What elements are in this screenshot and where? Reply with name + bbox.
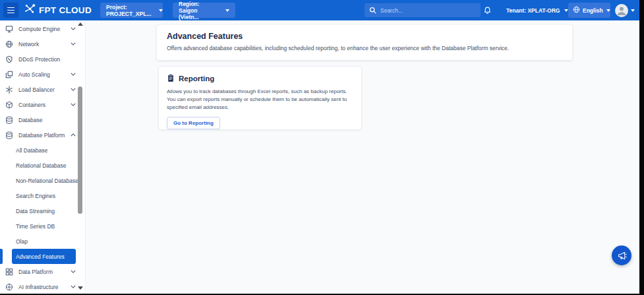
project-selector-label: Project: PROJECT_XPL...: [106, 4, 151, 17]
sidebar: Compute Engine Network DDoS Protection A…: [0, 20, 86, 294]
tenant-selector[interactable]: Tenant: XPLAT-ORG: [506, 0, 568, 20]
avatar: [615, 4, 628, 17]
sidebar-item-data-streaming[interactable]: Data Streaming: [0, 203, 85, 218]
page-title: Advanced Features: [167, 32, 562, 41]
sidebar-item-label: Load Balancer: [18, 86, 55, 93]
ai-icon: [5, 283, 13, 291]
sidebar-item-ai-infrastructure[interactable]: AI Infrastructure: [0, 279, 85, 294]
sidebar-item-advanced-features[interactable]: Advanced Features: [12, 249, 76, 264]
chevron-down-icon: [159, 9, 163, 12]
sidebar-item-label: Relational Database: [16, 162, 67, 169]
search-icon: [369, 5, 376, 16]
fpt-logo-icon: [24, 3, 36, 18]
sidebar-item-label: All Database: [16, 147, 47, 154]
language-selector[interactable]: English: [568, 3, 610, 18]
go-to-reporting-button[interactable]: Go to Reporting: [167, 117, 220, 129]
sidebar-scrollbar: [77, 20, 83, 294]
box-icon: [5, 101, 13, 109]
notifications-bell-icon[interactable]: [483, 5, 492, 17]
sidebar-item-auto-scaling[interactable]: Auto Scaling: [0, 67, 85, 82]
chevron-up-icon: [71, 133, 76, 137]
sidebar-item-label: Database Platform: [18, 132, 65, 139]
chevron-down-icon: [631, 9, 635, 12]
sidebar-item-ddos-protection[interactable]: DDoS Protection: [0, 51, 85, 67]
sidebar-item-label: Data Platform: [18, 269, 53, 275]
sidebar-item-label: Search Engines: [16, 193, 55, 199]
project-selector[interactable]: Project: PROJECT_XPL...: [100, 3, 163, 18]
globe-icon: [573, 6, 580, 15]
sidebar-item-label: Olap: [16, 238, 28, 245]
chevron-down-icon: [71, 270, 76, 273]
sidebar-item-compute-engine[interactable]: Compute Engine: [0, 21, 85, 36]
page-header-card: Advanced Features Offers advanced databa…: [157, 25, 572, 60]
globe-icon: [5, 40, 13, 48]
chevron-down-icon: [71, 88, 76, 91]
search-input[interactable]: [380, 7, 466, 14]
sidebar-item-olap[interactable]: Olap: [0, 234, 85, 249]
sidebar-item-label: Network: [18, 41, 39, 48]
sidebar-item-label: Non-Relational Database: [16, 178, 78, 184]
reporting-card-description: Allows you to track databases through Ex…: [167, 88, 353, 112]
logo-text: FPT CLOUD: [39, 5, 92, 15]
user-menu[interactable]: [615, 0, 635, 20]
hamburger-menu-button[interactable]: [3, 3, 18, 18]
screen-right-edge: [639, 0, 644, 295]
sidebar-item-label: Containers: [18, 102, 45, 108]
chevron-down-icon: [71, 103, 76, 106]
sidebar-item-label: Auto Scaling: [18, 71, 50, 78]
main-content: Advanced Features Offers advanced databa…: [86, 20, 639, 294]
sidebar-item-network[interactable]: Network: [0, 36, 85, 51]
chevron-down-icon: [71, 27, 76, 30]
region-selector-label: Region: Saigon (Vietn...: [179, 1, 218, 20]
sidebar-item-label: AI Infrastructure: [18, 284, 58, 290]
database-icon: [5, 131, 13, 139]
language-selector-label: English: [583, 7, 603, 14]
chevron-down-icon: [606, 9, 610, 12]
sidebar-item-relational-database[interactable]: Relational Database: [0, 158, 85, 173]
page-description: Offers advanced database capabilities, i…: [167, 45, 562, 51]
sidebar-item-non-relational-database[interactable]: Non-Relational Database: [0, 173, 85, 188]
announcement-fab[interactable]: [612, 246, 631, 265]
grid-icon: [5, 268, 13, 276]
sidebar-item-label: Database: [18, 117, 42, 123]
sidebar-item-label: DDoS Protection: [18, 56, 60, 63]
asterisk-icon: [5, 86, 13, 94]
sidebar-item-label: Data Streaming: [16, 208, 55, 214]
megaphone-icon: [617, 251, 627, 261]
reporting-card: Reporting Allows you to track databases …: [158, 66, 362, 130]
sidebar-item-label: Time Series DB: [16, 223, 55, 230]
sidebar-item-all-database[interactable]: All Database: [0, 143, 85, 158]
active-item-indicator: [0, 249, 3, 264]
sidebar-item-label: Compute Engine: [18, 26, 60, 32]
chevron-down-icon: [71, 42, 76, 46]
region-selector[interactable]: Region: Saigon (Vietn...: [173, 3, 235, 18]
fpt-cloud-logo: FPT CLOUD: [24, 0, 92, 20]
layers-icon: [5, 71, 13, 79]
database-icon: [5, 116, 13, 124]
tenant-selector-label: Tenant: XPLAT-ORG: [506, 7, 560, 14]
monitor-icon: [5, 25, 13, 33]
sidebar-item-label: Advanced Features: [16, 253, 65, 260]
sidebar-item-containers[interactable]: Containers: [0, 97, 85, 112]
scroll-up-arrow[interactable]: [78, 22, 83, 26]
chevron-down-icon: [225, 9, 229, 12]
shield-icon: [5, 55, 13, 63]
chevron-down-icon: [71, 285, 76, 288]
sidebar-item-time-series-db[interactable]: Time Series DB: [0, 218, 85, 234]
scrollbar-thumb[interactable]: [78, 86, 82, 214]
sidebar-item-data-platform[interactable]: Data Platform: [0, 264, 85, 279]
global-search: [365, 3, 481, 17]
scroll-down-arrow[interactable]: [78, 286, 83, 290]
chevron-down-icon: [71, 73, 76, 76]
sidebar-item-database-platform[interactable]: Database Platform: [0, 127, 85, 143]
reporting-card-title: Reporting: [179, 75, 214, 82]
top-navbar: FPT CLOUD Project: PROJECT_XPL... Region…: [0, 0, 644, 20]
sidebar-item-database[interactable]: Database: [0, 112, 85, 127]
sidebar-item-load-balancer[interactable]: Load Balancer: [0, 82, 85, 97]
sidebar-item-search-engines[interactable]: Search Engines: [0, 188, 85, 203]
clipboard-icon: [167, 74, 175, 82]
